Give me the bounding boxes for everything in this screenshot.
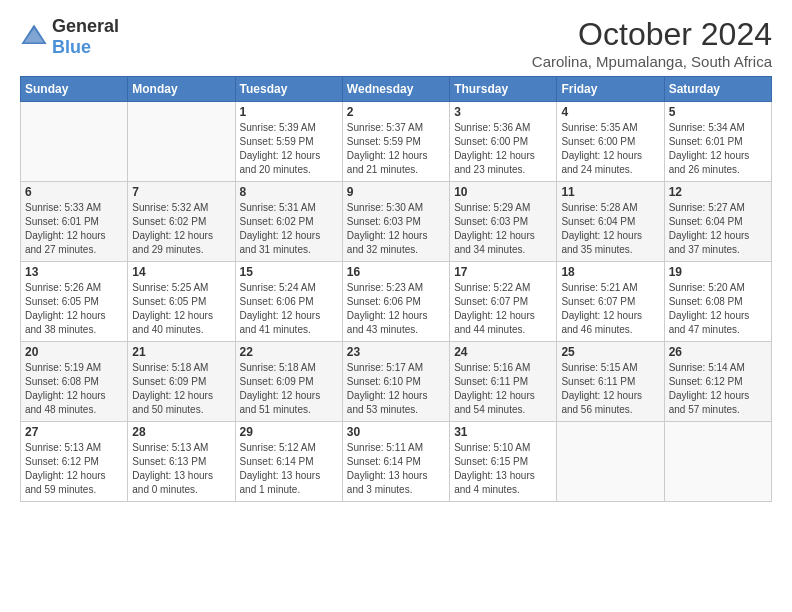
day-header: Thursday: [450, 77, 557, 102]
day-header: Sunday: [21, 77, 128, 102]
day-info: Sunrise: 5:30 AM Sunset: 6:03 PM Dayligh…: [347, 201, 445, 257]
day-number: 16: [347, 265, 445, 279]
calendar-table: SundayMondayTuesdayWednesdayThursdayFrid…: [20, 76, 772, 502]
calendar-cell: 3Sunrise: 5:36 AM Sunset: 6:00 PM Daylig…: [450, 102, 557, 182]
day-header: Tuesday: [235, 77, 342, 102]
day-number: 31: [454, 425, 552, 439]
calendar-cell: 21Sunrise: 5:18 AM Sunset: 6:09 PM Dayli…: [128, 342, 235, 422]
calendar-cell: [557, 422, 664, 502]
calendar-cell: 18Sunrise: 5:21 AM Sunset: 6:07 PM Dayli…: [557, 262, 664, 342]
day-info: Sunrise: 5:13 AM Sunset: 6:12 PM Dayligh…: [25, 441, 123, 497]
day-header: Friday: [557, 77, 664, 102]
day-number: 1: [240, 105, 338, 119]
day-info: Sunrise: 5:27 AM Sunset: 6:04 PM Dayligh…: [669, 201, 767, 257]
day-info: Sunrise: 5:35 AM Sunset: 6:00 PM Dayligh…: [561, 121, 659, 177]
header: General Blue October 2024 Carolina, Mpum…: [20, 16, 772, 70]
day-info: Sunrise: 5:33 AM Sunset: 6:01 PM Dayligh…: [25, 201, 123, 257]
calendar-cell: 16Sunrise: 5:23 AM Sunset: 6:06 PM Dayli…: [342, 262, 449, 342]
logo: General Blue: [20, 16, 119, 58]
day-info: Sunrise: 5:34 AM Sunset: 6:01 PM Dayligh…: [669, 121, 767, 177]
logo-blue-text: Blue: [52, 37, 91, 57]
day-info: Sunrise: 5:22 AM Sunset: 6:07 PM Dayligh…: [454, 281, 552, 337]
calendar-cell: 30Sunrise: 5:11 AM Sunset: 6:14 PM Dayli…: [342, 422, 449, 502]
calendar-cell: 13Sunrise: 5:26 AM Sunset: 6:05 PM Dayli…: [21, 262, 128, 342]
day-info: Sunrise: 5:29 AM Sunset: 6:03 PM Dayligh…: [454, 201, 552, 257]
day-number: 18: [561, 265, 659, 279]
calendar-cell: 17Sunrise: 5:22 AM Sunset: 6:07 PM Dayli…: [450, 262, 557, 342]
calendar-week: 6Sunrise: 5:33 AM Sunset: 6:01 PM Daylig…: [21, 182, 772, 262]
day-number: 28: [132, 425, 230, 439]
calendar-cell: 26Sunrise: 5:14 AM Sunset: 6:12 PM Dayli…: [664, 342, 771, 422]
day-info: Sunrise: 5:16 AM Sunset: 6:11 PM Dayligh…: [454, 361, 552, 417]
day-info: Sunrise: 5:18 AM Sunset: 6:09 PM Dayligh…: [240, 361, 338, 417]
day-number: 19: [669, 265, 767, 279]
calendar-cell: [21, 102, 128, 182]
day-number: 6: [25, 185, 123, 199]
calendar-week: 13Sunrise: 5:26 AM Sunset: 6:05 PM Dayli…: [21, 262, 772, 342]
day-number: 8: [240, 185, 338, 199]
day-number: 21: [132, 345, 230, 359]
title-block: October 2024 Carolina, Mpumalanga, South…: [532, 16, 772, 70]
day-info: Sunrise: 5:20 AM Sunset: 6:08 PM Dayligh…: [669, 281, 767, 337]
day-number: 30: [347, 425, 445, 439]
calendar-week: 1Sunrise: 5:39 AM Sunset: 5:59 PM Daylig…: [21, 102, 772, 182]
day-number: 12: [669, 185, 767, 199]
calendar-cell: 14Sunrise: 5:25 AM Sunset: 6:05 PM Dayli…: [128, 262, 235, 342]
calendar-body: 1Sunrise: 5:39 AM Sunset: 5:59 PM Daylig…: [21, 102, 772, 502]
day-info: Sunrise: 5:26 AM Sunset: 6:05 PM Dayligh…: [25, 281, 123, 337]
calendar-cell: [664, 422, 771, 502]
day-number: 15: [240, 265, 338, 279]
calendar-cell: 10Sunrise: 5:29 AM Sunset: 6:03 PM Dayli…: [450, 182, 557, 262]
day-info: Sunrise: 5:31 AM Sunset: 6:02 PM Dayligh…: [240, 201, 338, 257]
day-number: 10: [454, 185, 552, 199]
day-info: Sunrise: 5:12 AM Sunset: 6:14 PM Dayligh…: [240, 441, 338, 497]
calendar-cell: 11Sunrise: 5:28 AM Sunset: 6:04 PM Dayli…: [557, 182, 664, 262]
day-number: 17: [454, 265, 552, 279]
calendar-cell: 8Sunrise: 5:31 AM Sunset: 6:02 PM Daylig…: [235, 182, 342, 262]
day-number: 5: [669, 105, 767, 119]
day-header: Saturday: [664, 77, 771, 102]
calendar-cell: 27Sunrise: 5:13 AM Sunset: 6:12 PM Dayli…: [21, 422, 128, 502]
day-header: Wednesday: [342, 77, 449, 102]
page-container: General Blue October 2024 Carolina, Mpum…: [0, 0, 792, 512]
day-number: 11: [561, 185, 659, 199]
day-number: 26: [669, 345, 767, 359]
calendar-cell: 4Sunrise: 5:35 AM Sunset: 6:00 PM Daylig…: [557, 102, 664, 182]
calendar-cell: 19Sunrise: 5:20 AM Sunset: 6:08 PM Dayli…: [664, 262, 771, 342]
day-info: Sunrise: 5:28 AM Sunset: 6:04 PM Dayligh…: [561, 201, 659, 257]
calendar-week: 27Sunrise: 5:13 AM Sunset: 6:12 PM Dayli…: [21, 422, 772, 502]
calendar-cell: 12Sunrise: 5:27 AM Sunset: 6:04 PM Dayli…: [664, 182, 771, 262]
day-info: Sunrise: 5:17 AM Sunset: 6:10 PM Dayligh…: [347, 361, 445, 417]
day-info: Sunrise: 5:36 AM Sunset: 6:00 PM Dayligh…: [454, 121, 552, 177]
calendar-subtitle: Carolina, Mpumalanga, South Africa: [532, 53, 772, 70]
calendar-cell: 31Sunrise: 5:10 AM Sunset: 6:15 PM Dayli…: [450, 422, 557, 502]
day-info: Sunrise: 5:24 AM Sunset: 6:06 PM Dayligh…: [240, 281, 338, 337]
calendar-cell: 6Sunrise: 5:33 AM Sunset: 6:01 PM Daylig…: [21, 182, 128, 262]
day-info: Sunrise: 5:11 AM Sunset: 6:14 PM Dayligh…: [347, 441, 445, 497]
calendar-cell: 25Sunrise: 5:15 AM Sunset: 6:11 PM Dayli…: [557, 342, 664, 422]
day-info: Sunrise: 5:18 AM Sunset: 6:09 PM Dayligh…: [132, 361, 230, 417]
calendar-cell: 1Sunrise: 5:39 AM Sunset: 5:59 PM Daylig…: [235, 102, 342, 182]
calendar-cell: 24Sunrise: 5:16 AM Sunset: 6:11 PM Dayli…: [450, 342, 557, 422]
calendar-cell: 7Sunrise: 5:32 AM Sunset: 6:02 PM Daylig…: [128, 182, 235, 262]
calendar-cell: 15Sunrise: 5:24 AM Sunset: 6:06 PM Dayli…: [235, 262, 342, 342]
logo-icon: [20, 23, 48, 51]
calendar-cell: 22Sunrise: 5:18 AM Sunset: 6:09 PM Dayli…: [235, 342, 342, 422]
calendar-cell: [128, 102, 235, 182]
logo-general-text: General: [52, 16, 119, 36]
calendar-week: 20Sunrise: 5:19 AM Sunset: 6:08 PM Dayli…: [21, 342, 772, 422]
day-info: Sunrise: 5:13 AM Sunset: 6:13 PM Dayligh…: [132, 441, 230, 497]
day-number: 7: [132, 185, 230, 199]
day-info: Sunrise: 5:21 AM Sunset: 6:07 PM Dayligh…: [561, 281, 659, 337]
day-info: Sunrise: 5:25 AM Sunset: 6:05 PM Dayligh…: [132, 281, 230, 337]
day-number: 13: [25, 265, 123, 279]
day-number: 29: [240, 425, 338, 439]
calendar-cell: 9Sunrise: 5:30 AM Sunset: 6:03 PM Daylig…: [342, 182, 449, 262]
calendar-cell: 5Sunrise: 5:34 AM Sunset: 6:01 PM Daylig…: [664, 102, 771, 182]
day-info: Sunrise: 5:14 AM Sunset: 6:12 PM Dayligh…: [669, 361, 767, 417]
calendar-cell: 2Sunrise: 5:37 AM Sunset: 5:59 PM Daylig…: [342, 102, 449, 182]
day-number: 20: [25, 345, 123, 359]
calendar-cell: 29Sunrise: 5:12 AM Sunset: 6:14 PM Dayli…: [235, 422, 342, 502]
day-number: 24: [454, 345, 552, 359]
day-info: Sunrise: 5:39 AM Sunset: 5:59 PM Dayligh…: [240, 121, 338, 177]
